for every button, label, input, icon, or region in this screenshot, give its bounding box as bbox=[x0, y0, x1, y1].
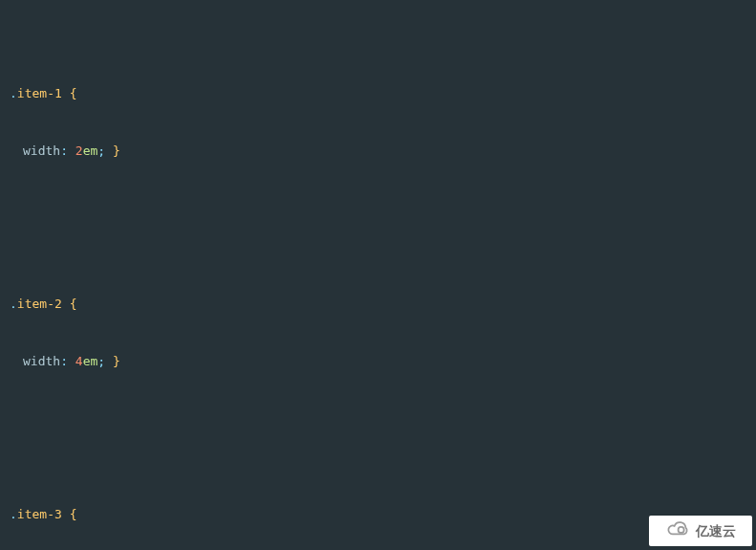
code-line: .item-2 { bbox=[10, 295, 756, 314]
cloud-icon bbox=[665, 519, 692, 543]
code-line: .item-1 { bbox=[10, 84, 756, 103]
code-line: width: 2em; } bbox=[10, 142, 756, 161]
watermark-text: 亿速云 bbox=[696, 521, 736, 540]
code-line: .item-3 { bbox=[10, 505, 756, 524]
code-line: width: 4em; } bbox=[10, 352, 756, 371]
svg-point-0 bbox=[679, 526, 684, 532]
code-editor[interactable]: .item-1 { width: 2em; } .item-2 { width:… bbox=[0, 0, 756, 550]
blank-line bbox=[10, 409, 756, 429]
watermark-badge: 亿速云 bbox=[649, 516, 752, 546]
blank-line bbox=[10, 199, 756, 218]
